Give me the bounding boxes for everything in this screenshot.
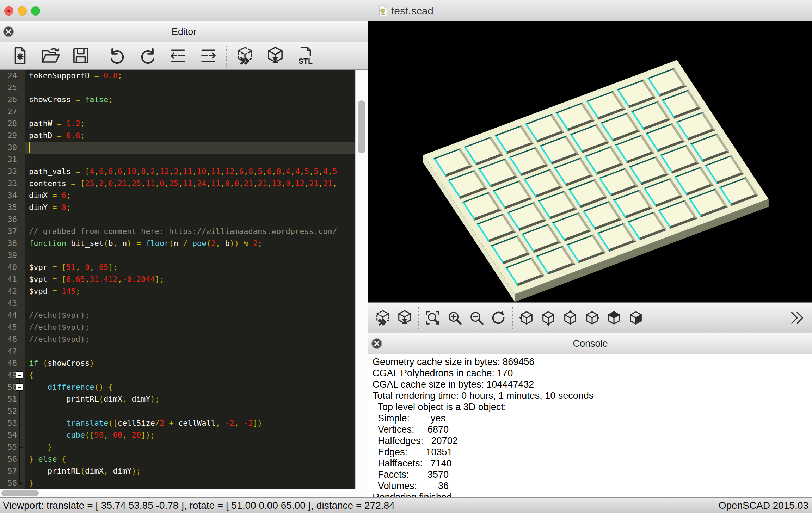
- code-line-33[interactable]: 33contents = [25,2,0,21,25,11,0,25,11,24…: [0, 178, 368, 190]
- save-file-button[interactable]: [66, 44, 96, 67]
- render-icon: [396, 310, 413, 326]
- code-line-46[interactable]: 46//echo($vpd);: [0, 333, 368, 345]
- code-line-42[interactable]: 42$vpd = 145;: [0, 285, 368, 297]
- window-titlebar: test.scad: [0, 0, 812, 22]
- new-file-button[interactable]: [5, 44, 35, 67]
- code-line-30[interactable]: 30: [0, 142, 368, 154]
- view-back-button[interactable]: [603, 307, 625, 328]
- render-button[interactable]: [394, 307, 416, 328]
- zoom-in-button[interactable]: [444, 307, 466, 328]
- code-line-29[interactable]: 29pathD = 0.6;: [0, 130, 368, 142]
- code-line-56[interactable]: 56} else {: [0, 453, 368, 465]
- preview-button[interactable]: [230, 44, 260, 67]
- code-line-24[interactable]: 24tokenSupportD = 0.8;: [0, 70, 368, 82]
- fold-margin: [20, 190, 25, 202]
- line-number: 35: [0, 202, 20, 214]
- fold-marker[interactable]: −: [16, 371, 23, 379]
- code-line-44[interactable]: 44//echo($vpr);: [0, 309, 368, 321]
- line-number: 32: [0, 166, 20, 178]
- editor-close-icon[interactable]: [3, 26, 14, 37]
- code-line-41[interactable]: 41$vpt = [8.65,31.412,-0.2044];: [0, 273, 368, 285]
- view-right-button[interactable]: [581, 307, 603, 328]
- app-version-text: OpenSCAD 2015.03: [719, 500, 808, 511]
- code-line-27[interactable]: 27: [0, 106, 368, 118]
- code-line-58[interactable]: 58}: [0, 477, 368, 489]
- code-line-39[interactable]: 39: [0, 249, 368, 261]
- code-editor[interactable]: 24tokenSupportD = 0.8;2526showCross = fa…: [0, 70, 368, 489]
- more-chevrons-button[interactable]: [786, 307, 807, 328]
- export-stl-button[interactable]: [290, 44, 321, 67]
- current-line-highlight: [25, 142, 368, 154]
- code-line-57[interactable]: 57 printRL(dimX, dimY);: [0, 465, 368, 477]
- code-line-53[interactable]: 53 translate([cellSize/2 + cellWall, -2,…: [0, 417, 368, 429]
- view-left-button[interactable]: [516, 307, 537, 328]
- code-line-43[interactable]: 43: [0, 297, 368, 309]
- code-line-37[interactable]: 37// grabbed from comment here: https://…: [0, 225, 368, 237]
- fold-margin: [20, 321, 25, 333]
- view-top-button[interactable]: [559, 307, 581, 328]
- code-line-50[interactable]: 50− difference() {: [0, 381, 368, 393]
- code-line-26[interactable]: 26showCross = false;: [0, 94, 368, 106]
- fold-guide-line: [19, 379, 20, 485]
- code-text: contents = [25,2,0,21,25,11,0,25,11,24,1…: [29, 178, 337, 190]
- editor-vertical-scrollbar-thumb[interactable]: [358, 100, 365, 153]
- view-front-button[interactable]: [537, 307, 559, 328]
- code-line-38[interactable]: 38function bit_set(b, n) = floor(n / pow…: [0, 237, 368, 249]
- zoom-all-button[interactable]: [422, 307, 444, 328]
- reset-view-icon: [490, 310, 506, 326]
- console-line: Vertices: 6870: [373, 424, 812, 435]
- code-line-35[interactable]: 35dimY = 8;: [0, 202, 368, 214]
- code-line-36[interactable]: 36: [0, 214, 368, 225]
- fold-margin: [20, 393, 25, 405]
- 3d-viewport[interactable]: [368, 21, 812, 302]
- fold-margin: [20, 429, 25, 441]
- fold-margin: [20, 465, 25, 477]
- fold-marker[interactable]: −: [16, 383, 23, 391]
- fold-margin: [20, 70, 25, 82]
- window-title-group: test.scad: [0, 0, 812, 21]
- undo-button[interactable]: [102, 44, 133, 67]
- editor-horizontal-scrollbar-thumb[interactable]: [1, 490, 39, 496]
- console-output: Geometry cache size in bytes: 869456CGAL…: [368, 354, 812, 497]
- reset-view-button[interactable]: [487, 307, 509, 328]
- preview-icon: [375, 310, 391, 326]
- code-line-54[interactable]: 54 cube([50, 60, 20]);: [0, 429, 368, 441]
- open-file-button[interactable]: [35, 44, 66, 67]
- code-line-25[interactable]: 25: [0, 82, 368, 94]
- redo-icon: [138, 46, 157, 65]
- zoom-out-button[interactable]: [466, 307, 487, 328]
- code-line-55[interactable]: 55 }: [0, 441, 368, 453]
- unindent-button[interactable]: [163, 44, 193, 67]
- code-line-40[interactable]: 40$vpr = [51, 0, 65];: [0, 261, 368, 273]
- editor-vertical-scrollbar[interactable]: [355, 70, 368, 489]
- model-tray: [423, 60, 769, 294]
- redo-button[interactable]: [133, 44, 163, 67]
- code-line-48[interactable]: 48if (showCross): [0, 357, 368, 369]
- code-text: //echo($vpd);: [29, 333, 90, 345]
- code-text: //echo($vpr);: [29, 309, 90, 321]
- code-line-45[interactable]: 45//echo($vpt);: [0, 321, 368, 333]
- code-text: dimX = 6;: [29, 190, 71, 202]
- view-diagonal-button[interactable]: [625, 307, 647, 328]
- code-line-28[interactable]: 28pathW = 1.2;: [0, 118, 368, 130]
- code-line-31[interactable]: 31: [0, 154, 368, 166]
- indent-button[interactable]: [193, 44, 223, 67]
- code-text: difference() {: [29, 381, 113, 393]
- render-button[interactable]: [260, 44, 290, 67]
- view-right-icon: [584, 310, 600, 326]
- line-number: 37: [0, 225, 20, 237]
- tray-cell: [536, 246, 575, 274]
- console-close-icon[interactable]: [371, 338, 382, 349]
- zoom-out-icon: [468, 310, 485, 326]
- code-line-51[interactable]: 51 printRL(dimX, dimY);: [0, 393, 368, 405]
- code-line-49[interactable]: 49−{: [0, 369, 368, 381]
- preview-button[interactable]: [372, 307, 394, 328]
- fold-margin: [20, 202, 25, 214]
- zoom-in-icon: [447, 310, 463, 326]
- code-line-47[interactable]: 47: [0, 345, 368, 357]
- viewport-toolbar: [368, 302, 812, 333]
- code-line-52[interactable]: 52: [0, 405, 368, 417]
- editor-horizontal-scrollbar[interactable]: [0, 489, 368, 497]
- code-line-34[interactable]: 34dimX = 6;: [0, 190, 368, 202]
- code-line-32[interactable]: 32path_vals = [4,6,8,6,10,8,2,12,3,11,10…: [0, 166, 368, 178]
